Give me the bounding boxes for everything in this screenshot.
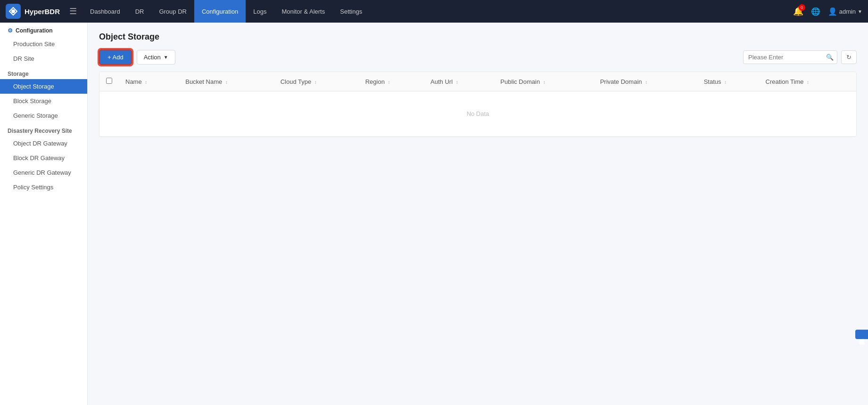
sort-icon-public: ↕ — [543, 80, 546, 85]
language-icon[interactable]: 🌐 — [811, 7, 820, 16]
sidebar-storage-group: Storage — [0, 66, 87, 79]
sort-icon-status: ↕ — [724, 80, 727, 85]
page-title: Object Storage — [99, 32, 857, 42]
nav-items: Dashboard DR Group DR Configuration Logs… — [83, 0, 793, 23]
sort-icon-name: ↕ — [145, 80, 147, 85]
search-wrapper: 🔍 — [743, 50, 837, 64]
user-icon: 👤 — [828, 7, 837, 16]
toolbar: + Add Action ▼ 🔍 ↻ — [99, 49, 857, 65]
chevron-down-icon: ▼ — [164, 55, 168, 60]
app-logo[interactable]: HyperBDR — [6, 4, 60, 19]
action-label: Action — [144, 54, 161, 61]
sidebar-item-block-storage[interactable]: Block Storage — [0, 94, 87, 108]
sort-icon-bucket: ↕ — [225, 80, 228, 85]
header-public-domain[interactable]: Public Domain ↕ — [494, 72, 593, 91]
table-container: Name ↕ Bucket Name ↕ Cloud Type ↕ Regi — [99, 72, 857, 137]
action-button[interactable]: Action ▼ — [137, 50, 175, 65]
main-layout: ⚙ Configuration Production Site DR Site … — [0, 23, 868, 405]
online-service-float[interactable]: 在线客服 — [855, 330, 868, 339]
object-storage-table: Name ↕ Bucket Name ↕ Cloud Type ↕ Regi — [99, 72, 856, 137]
nav-logs[interactable]: Logs — [246, 0, 274, 23]
header-region[interactable]: Region ↕ — [359, 72, 424, 91]
sidebar-item-dr-site[interactable]: DR Site — [0, 51, 87, 66]
hamburger-menu[interactable]: ☰ — [69, 6, 77, 16]
sort-icon-creation: ↕ — [807, 80, 809, 85]
sort-icon-private: ↕ — [645, 80, 647, 85]
header-checkbox-col — [99, 72, 119, 91]
table-header-row: Name ↕ Bucket Name ↕ Cloud Type ↕ Regi — [99, 72, 856, 91]
chevron-down-icon: ▼ — [858, 9, 862, 14]
gear-icon: ⚙ — [8, 27, 13, 34]
sort-icon-cloud: ↕ — [314, 80, 317, 85]
top-nav-right: 🔔 0 🌐 👤 admin ▼ — [793, 6, 862, 16]
header-name[interactable]: Name ↕ — [119, 72, 179, 91]
sidebar-item-policy-settings[interactable]: Policy Settings — [0, 180, 87, 194]
sidebar-item-generic-dr-gateway[interactable]: Generic DR Gateway — [0, 165, 87, 180]
main-content: Object Storage + Add Action ▼ 🔍 ↻ — [88, 23, 868, 405]
no-data-cell: No Data — [99, 91, 856, 137]
sidebar-item-generic-storage[interactable]: Generic Storage — [0, 108, 87, 123]
header-status[interactable]: Status ↕ — [697, 72, 759, 91]
nav-settings[interactable]: Settings — [332, 0, 370, 23]
search-area: 🔍 ↻ — [743, 50, 857, 64]
notification-badge: 0 — [799, 4, 805, 11]
sidebar-item-object-dr-gateway[interactable]: Object DR Gateway — [0, 136, 87, 151]
sidebar-item-object-storage[interactable]: Object Storage — [0, 79, 87, 94]
sidebar: ⚙ Configuration Production Site DR Site … — [0, 23, 88, 405]
admin-label: admin — [839, 8, 856, 15]
table-body: No Data — [99, 91, 856, 137]
refresh-button[interactable]: ↻ — [841, 50, 857, 64]
header-bucket-name[interactable]: Bucket Name ↕ — [179, 72, 273, 91]
nav-monitor-alerts[interactable]: Monitor & Alerts — [274, 0, 332, 23]
sidebar-config-title: ⚙ Configuration — [0, 23, 87, 37]
no-data-row: No Data — [99, 91, 856, 137]
sidebar-item-production-site[interactable]: Production Site — [0, 37, 87, 51]
header-private-domain[interactable]: Private Domain ↕ — [594, 72, 697, 91]
header-auth-url[interactable]: Auth Url ↕ — [424, 72, 494, 91]
header-creation-time[interactable]: Creation Time ↕ — [759, 72, 856, 91]
sidebar-item-block-dr-gateway[interactable]: Block DR Gateway — [0, 151, 87, 165]
app-name: HyperBDR — [25, 8, 60, 16]
nav-configuration[interactable]: Configuration — [194, 0, 246, 23]
sort-icon-auth: ↕ — [456, 80, 458, 85]
notification-bell[interactable]: 🔔 0 — [793, 6, 803, 16]
nav-dashboard[interactable]: Dashboard — [83, 0, 128, 23]
sort-icon-region: ↕ — [388, 80, 390, 85]
add-button[interactable]: + Add — [99, 49, 132, 65]
select-all-checkbox[interactable] — [106, 78, 112, 84]
nav-dr[interactable]: DR — [128, 0, 152, 23]
admin-menu[interactable]: 👤 admin ▼ — [828, 7, 862, 16]
top-navigation: HyperBDR ☰ Dashboard DR Group DR Configu… — [0, 0, 868, 23]
search-input[interactable] — [743, 50, 837, 64]
sidebar-dr-site-group: Disastery Recovery Site — [0, 123, 87, 136]
header-cloud-type[interactable]: Cloud Type ↕ — [274, 72, 359, 91]
svg-point-1 — [11, 9, 15, 13]
nav-group-dr[interactable]: Group DR — [151, 0, 194, 23]
search-icon[interactable]: 🔍 — [826, 54, 834, 61]
